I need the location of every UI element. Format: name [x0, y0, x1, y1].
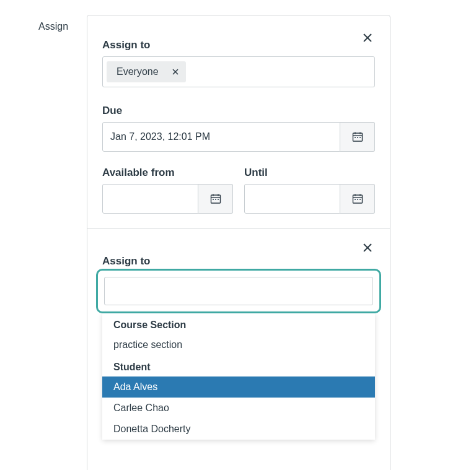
svg-rect-15 — [213, 199, 214, 200]
due-label: Due — [102, 105, 375, 117]
close-icon — [172, 69, 178, 75]
card1-close-button[interactable] — [360, 30, 375, 45]
assignee-pill-everyone: Everyone — [107, 61, 186, 82]
calendar-icon — [210, 193, 221, 204]
card2-close-button[interactable] — [360, 240, 375, 255]
dropdown-option[interactable]: practice section — [102, 334, 375, 355]
assign-card-1: Assign to Everyone Due Jan 7, 2023, 12:0… — [87, 15, 390, 228]
dropdown-group-header: Course Section — [102, 313, 375, 334]
calendar-icon — [352, 131, 363, 142]
dropdown-option[interactable]: Ada Alves — [102, 376, 375, 398]
close-icon — [363, 243, 372, 252]
calendar-icon — [352, 193, 363, 204]
due-date-value: Jan 7, 2023, 12:01 PM — [110, 131, 210, 142]
close-icon — [363, 33, 372, 42]
svg-rect-10 — [359, 137, 361, 138]
svg-rect-23 — [357, 199, 358, 200]
available-from-input[interactable] — [102, 184, 198, 214]
svg-rect-17 — [218, 199, 219, 200]
svg-rect-9 — [357, 137, 358, 138]
assignee-pill-label: Everyone — [117, 66, 159, 77]
dropdown-option[interactable]: Carlee Chao — [102, 398, 375, 419]
due-date-input[interactable]: Jan 7, 2023, 12:01 PM — [102, 122, 340, 152]
assign-to-input[interactable]: Everyone — [102, 56, 375, 87]
assign-section-label: Assign — [38, 21, 68, 32]
assign-to-input-highlighted — [96, 269, 381, 313]
assign-card-2: Assign to Course Sectionpractice section… — [87, 228, 390, 470]
svg-rect-16 — [215, 199, 216, 200]
due-date-calendar-button[interactable] — [340, 122, 375, 152]
until-label: Until — [244, 167, 375, 179]
dropdown-option[interactable]: Donetta Docherty — [102, 419, 375, 440]
until-input[interactable] — [244, 184, 340, 214]
assign-to-label-2: Assign to — [102, 255, 375, 268]
assign-to-label: Assign to — [102, 39, 375, 51]
available-from-calendar-button[interactable] — [198, 184, 233, 214]
assign-to-dropdown: Course Sectionpractice sectionStudentAda… — [102, 313, 375, 440]
assign-to-search-input[interactable] — [104, 277, 373, 305]
until-calendar-button[interactable] — [340, 184, 375, 214]
remove-assignee-button[interactable] — [171, 67, 180, 76]
svg-rect-22 — [355, 199, 356, 200]
available-from-label: Available from — [102, 167, 233, 179]
svg-rect-24 — [359, 199, 361, 200]
assign-card-container: Assign to Everyone Due Jan 7, 2023, 12:0… — [87, 15, 390, 470]
dropdown-group-header: Student — [102, 355, 375, 376]
svg-rect-8 — [355, 137, 356, 138]
